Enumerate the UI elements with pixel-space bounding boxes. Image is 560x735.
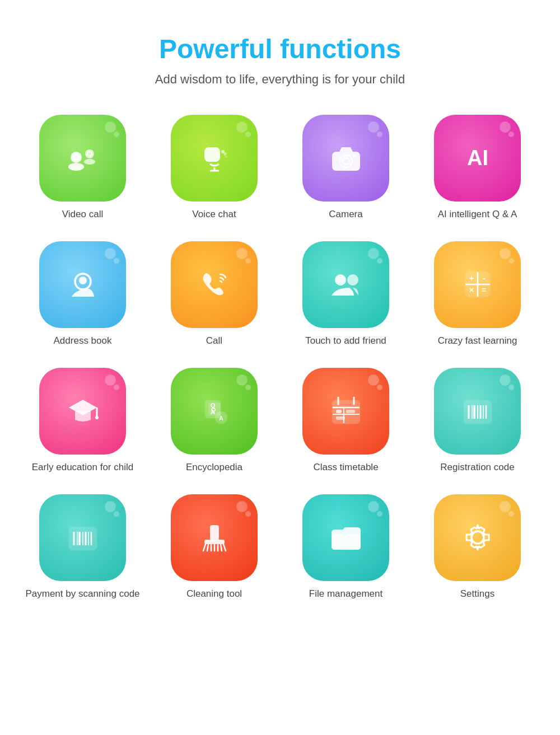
feature-label-voice-chat: Voice chat xyxy=(192,208,236,221)
feature-icon-touch-friend xyxy=(302,241,389,328)
feature-item-address-book[interactable]: Address book xyxy=(22,241,143,348)
feature-icon-voice-chat xyxy=(171,115,258,202)
svg-point-15 xyxy=(353,155,356,158)
svg-text:Q: Q xyxy=(211,406,216,413)
feature-item-call[interactable]: Call xyxy=(154,241,274,348)
svg-point-9 xyxy=(221,150,225,153)
feature-icon-file-management xyxy=(302,494,389,581)
feature-label-early-education: Early education for child xyxy=(32,461,133,474)
svg-text:-: - xyxy=(482,274,485,283)
page-title: Powerful functions xyxy=(159,34,401,64)
feature-icon-class-timetable xyxy=(302,368,389,455)
feature-label-touch-friend: Touch to add friend xyxy=(305,335,386,348)
feature-icon-call xyxy=(171,241,258,328)
feature-icon-encyclopedia: Q A A Q xyxy=(171,368,258,455)
svg-point-5 xyxy=(84,159,95,165)
feature-label-settings: Settings xyxy=(460,588,494,601)
feature-icon-ai-qa: AI xyxy=(434,115,521,202)
svg-point-11 xyxy=(225,156,227,158)
feature-label-cleaning-tool: Cleaning tool xyxy=(186,588,242,601)
svg-rect-43 xyxy=(346,410,355,413)
feature-label-class-timetable: Class timetable xyxy=(313,461,378,474)
feature-icon-cleaning-tool xyxy=(171,494,258,581)
feature-icon-early-education xyxy=(39,368,126,455)
svg-rect-6 xyxy=(204,147,220,162)
feature-item-early-education[interactable]: Early education for child xyxy=(22,368,143,474)
feature-item-encyclopedia[interactable]: Q A A Q Encyclopedia xyxy=(154,368,274,474)
svg-text:AI: AI xyxy=(467,146,488,170)
svg-point-3 xyxy=(85,149,94,158)
feature-icon-registration xyxy=(434,368,521,455)
svg-point-18 xyxy=(79,277,87,284)
feature-icon-camera xyxy=(302,115,389,202)
svg-point-30 xyxy=(95,416,99,419)
feature-label-ai-qa: AI intelligent Q & A xyxy=(438,208,517,221)
svg-rect-42 xyxy=(336,410,342,413)
features-grid: Video call Voice chat Camera AI AI intel… xyxy=(22,115,538,601)
feature-icon-address-book xyxy=(39,241,126,328)
svg-text:×: × xyxy=(469,285,473,294)
feature-icon-crazy-learning: + - × = xyxy=(434,241,521,328)
feature-label-file-management: File management xyxy=(309,588,382,601)
feature-item-voice-chat[interactable]: Voice chat xyxy=(154,115,274,221)
feature-item-payment-scan[interactable]: Payment by scanning code xyxy=(22,494,143,601)
svg-point-2 xyxy=(68,163,84,171)
svg-point-0 xyxy=(71,152,82,163)
feature-item-video-call[interactable]: Video call xyxy=(22,115,143,221)
svg-point-19 xyxy=(335,274,346,285)
feature-icon-payment-scan xyxy=(39,494,126,581)
feature-icon-settings xyxy=(434,494,521,581)
feature-item-touch-friend[interactable]: Touch to add friend xyxy=(286,241,406,348)
svg-point-20 xyxy=(347,274,358,285)
svg-point-10 xyxy=(223,152,226,155)
svg-point-65 xyxy=(472,531,484,544)
feature-item-file-management[interactable]: File management xyxy=(286,494,406,601)
svg-text:+: + xyxy=(469,274,473,283)
feature-label-address-book: Address book xyxy=(54,335,112,348)
feature-label-camera: Camera xyxy=(329,208,362,221)
svg-rect-44 xyxy=(336,416,345,420)
feature-item-camera[interactable]: Camera xyxy=(286,115,406,221)
svg-text:A: A xyxy=(219,415,223,422)
svg-text:=: = xyxy=(481,285,486,294)
feature-item-registration[interactable]: Registration code xyxy=(417,368,538,474)
feature-item-crazy-learning[interactable]: + - × = Crazy fast learning xyxy=(417,241,538,348)
svg-rect-63 xyxy=(210,525,219,541)
feature-label-payment-scan: Payment by scanning code xyxy=(25,588,139,601)
feature-icon-video-call xyxy=(39,115,126,202)
feature-label-crazy-learning: Crazy fast learning xyxy=(438,335,517,348)
page-subtitle: Add wisdom to life, everything is for yo… xyxy=(155,72,405,87)
feature-item-ai-qa[interactable]: AI AI intelligent Q & A xyxy=(417,115,538,221)
feature-item-settings[interactable]: Settings xyxy=(417,494,538,601)
feature-label-registration: Registration code xyxy=(440,461,514,474)
feature-item-class-timetable[interactable]: Class timetable xyxy=(286,368,406,474)
feature-label-video-call: Video call xyxy=(62,208,103,221)
feature-label-call: Call xyxy=(206,335,222,348)
feature-label-encyclopedia: Encyclopedia xyxy=(186,461,242,474)
feature-item-cleaning-tool[interactable]: Cleaning tool xyxy=(154,494,274,601)
